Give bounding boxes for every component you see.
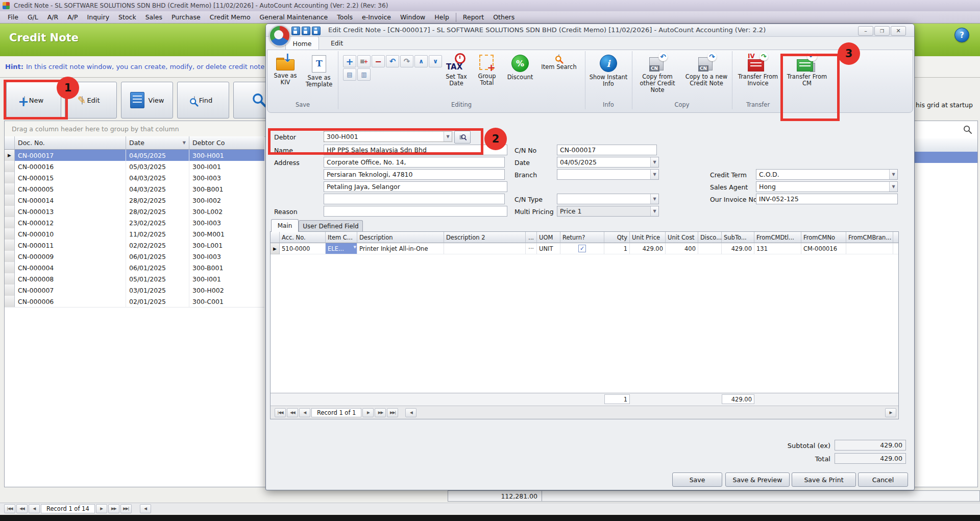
close-icon[interactable] bbox=[891, 26, 906, 36]
menu-file[interactable]: File bbox=[3, 11, 23, 23]
menu-credit-memo[interactable]: Credit Memo bbox=[205, 11, 255, 23]
date-combo[interactable]: 04/05/2025▼ bbox=[557, 157, 659, 168]
col-unit-cost[interactable]: Unit Cost bbox=[666, 232, 698, 243]
view-button[interactable]: View bbox=[121, 82, 173, 119]
col-from-cm-branch[interactable]: FromCMBran... bbox=[846, 232, 893, 243]
minimize-icon[interactable] bbox=[858, 26, 873, 36]
move-down-icon[interactable]: ∨ bbox=[429, 55, 442, 67]
find-button[interactable]: Find bbox=[177, 82, 229, 119]
scroll-right-icon[interactable] bbox=[885, 408, 896, 417]
cell-item-code[interactable]: ELE...▼ bbox=[326, 243, 357, 254]
cell-from-cm-branch[interactable] bbox=[846, 243, 893, 254]
transfer-from-invoice-button[interactable]: IV↷ Transfer From Invoice bbox=[736, 53, 780, 102]
cell-more-icon[interactable]: ··· bbox=[526, 243, 537, 254]
autocount-logo-icon[interactable] bbox=[269, 25, 290, 46]
table-row[interactable]: CN-000010 11/02/2025 300-M001 bbox=[5, 228, 264, 240]
col-qty[interactable]: Qty bbox=[604, 232, 630, 243]
table-header-date[interactable]: Date▼ bbox=[126, 136, 189, 150]
table-row[interactable]: CN-000014 28/02/2025 300-I002 bbox=[5, 195, 264, 206]
menu-others[interactable]: Others bbox=[488, 11, 519, 23]
group-total-button[interactable]: + Group Total bbox=[473, 53, 501, 102]
nav-next-page-icon[interactable] bbox=[375, 408, 386, 417]
col-subtotal[interactable]: SubTo... bbox=[722, 232, 754, 243]
nav-prev-icon[interactable] bbox=[299, 408, 310, 417]
nav-first-icon[interactable] bbox=[4, 504, 15, 513]
tab-user-defined-field[interactable]: User Defined Field bbox=[299, 220, 363, 232]
nav-prev-page-icon[interactable] bbox=[16, 504, 28, 513]
scroll-left-icon[interactable] bbox=[405, 408, 416, 417]
cell-description[interactable]: Printer Inkjet All-in-One bbox=[357, 243, 444, 254]
tab-edit[interactable]: Edit bbox=[323, 36, 351, 50]
col-more[interactable]: ... bbox=[526, 232, 537, 243]
nav-prev-icon[interactable] bbox=[29, 504, 40, 513]
col-from-cm-dtl[interactable]: FromCMDtl... bbox=[754, 232, 801, 243]
col-item-code[interactable]: Item C... bbox=[326, 232, 357, 243]
col-unit-price[interactable]: Unit Price bbox=[630, 232, 666, 243]
tab-main[interactable]: Main bbox=[271, 219, 299, 232]
table-row[interactable]: CN-000013 28/02/2025 300-L002 bbox=[5, 206, 264, 218]
nav-next-icon[interactable] bbox=[362, 408, 374, 417]
table-row[interactable]: CN-000012 23/02/2025 300-I003 bbox=[5, 217, 264, 229]
branch-combo[interactable]: ▼ bbox=[557, 169, 659, 180]
menu-e-invoice[interactable]: e-Invoice bbox=[357, 11, 396, 23]
scroll-left-icon[interactable] bbox=[140, 504, 151, 513]
cell-from-cm-no[interactable]: CM-000016 bbox=[801, 243, 846, 254]
copy-from-other-button[interactable]: CN↶ Copy from other Credit Note bbox=[634, 53, 681, 102]
col-return[interactable]: Return? bbox=[560, 232, 604, 243]
table-row[interactable]: CN-000009 06/01/2025 300-I003 bbox=[5, 251, 264, 263]
maximize-icon[interactable] bbox=[874, 26, 890, 36]
sales-agent-combo[interactable]: Hong▼ bbox=[756, 181, 898, 192]
help-icon[interactable]: ? bbox=[954, 28, 969, 42]
add-row-icon[interactable]: + bbox=[343, 55, 356, 67]
menu-general-maintenance[interactable]: General Maintenance bbox=[255, 11, 333, 23]
nav-last-icon[interactable] bbox=[387, 408, 398, 417]
nav-first-icon[interactable] bbox=[275, 408, 286, 417]
nav-next-page-icon[interactable] bbox=[108, 504, 119, 513]
table-row[interactable]: CN-000011 02/02/2025 300-L001 bbox=[5, 240, 264, 251]
copy-to-new-button[interactable]: CN↷ Copy to a new Credit Note bbox=[683, 53, 730, 102]
discount-button[interactable]: % Discount bbox=[504, 53, 536, 102]
move-up-icon[interactable]: ∧ bbox=[414, 55, 428, 67]
new-button[interactable]: + New bbox=[6, 82, 61, 119]
nav-next-icon[interactable] bbox=[96, 504, 107, 513]
menu-window[interactable]: Window bbox=[396, 11, 430, 23]
selected-row-right[interactable] bbox=[914, 152, 977, 163]
address-line-2[interactable]: Persiaran Teknologi, 47810 bbox=[324, 169, 505, 180]
table-row[interactable]: CN-000005 04/03/2025 300-B001 bbox=[5, 183, 264, 195]
save-as-kiv-button[interactable]: ↓ Save as KIV bbox=[270, 53, 301, 102]
menu-sales[interactable]: Sales bbox=[141, 11, 167, 23]
cn-no-field[interactable]: CN-000017 bbox=[557, 145, 657, 155]
cancel-button[interactable]: Cancel bbox=[858, 472, 908, 487]
transfer-from-cm-button[interactable]: ↶ Transfer From CM bbox=[785, 53, 829, 102]
menu-inquiry[interactable]: Inquiry bbox=[83, 11, 114, 23]
table-row[interactable]: CN-000016 05/03/2025 300-I001 bbox=[5, 161, 264, 173]
table-row[interactable]: CN-000015 04/03/2025 300-I003 bbox=[5, 172, 264, 184]
col-description[interactable]: Description bbox=[357, 232, 444, 243]
table-row[interactable]: CN-000004 06/01/2025 300-B001 bbox=[5, 262, 264, 274]
cn-type-combo[interactable]: ▼ bbox=[557, 194, 659, 204]
menu-purchase[interactable]: Purchase bbox=[167, 11, 205, 23]
cell-discount[interactable] bbox=[698, 243, 722, 254]
debtor-lookup-button[interactable] bbox=[454, 131, 471, 144]
save-draft-icon[interactable] bbox=[302, 27, 310, 35]
address-line-4[interactable] bbox=[324, 194, 505, 204]
table-row[interactable]: CN-000007 03/01/2025 300-H002 bbox=[5, 285, 264, 296]
insert-row-icon[interactable]: ≡+ bbox=[357, 55, 371, 67]
name-field[interactable]: HP PPS Sales Malaysia Sdn Bhd bbox=[324, 145, 507, 155]
cell-description-2[interactable] bbox=[444, 243, 526, 254]
table-search-field[interactable] bbox=[914, 121, 977, 139]
undo-icon[interactable]: ↶ bbox=[386, 55, 399, 67]
tab-home[interactable]: Home bbox=[285, 36, 319, 50]
col-uom[interactable]: UOM bbox=[537, 232, 560, 243]
group-by-bar[interactable]: Drag a column header here to group by th… bbox=[5, 121, 265, 137]
reason-field[interactable] bbox=[324, 206, 507, 217]
cell-from-cm-dtl[interactable]: 131 bbox=[754, 243, 801, 254]
col-from-cm-no[interactable]: FromCMNo bbox=[801, 232, 846, 243]
save-button[interactable]: Save bbox=[672, 472, 722, 487]
menu-ar[interactable]: A/R bbox=[43, 11, 63, 23]
debtor-combo[interactable]: 300-H001 ▼ bbox=[324, 131, 452, 142]
table-header-debtor-code[interactable]: Debtor Co bbox=[189, 136, 264, 150]
credit-term-combo[interactable]: C.O.D.▼ bbox=[756, 169, 898, 180]
items-grid-row[interactable]: ▶ 510-0000 ELE...▼ Printer Inkjet All-in… bbox=[271, 243, 898, 254]
col-description-2[interactable]: Description 2 bbox=[444, 232, 526, 243]
